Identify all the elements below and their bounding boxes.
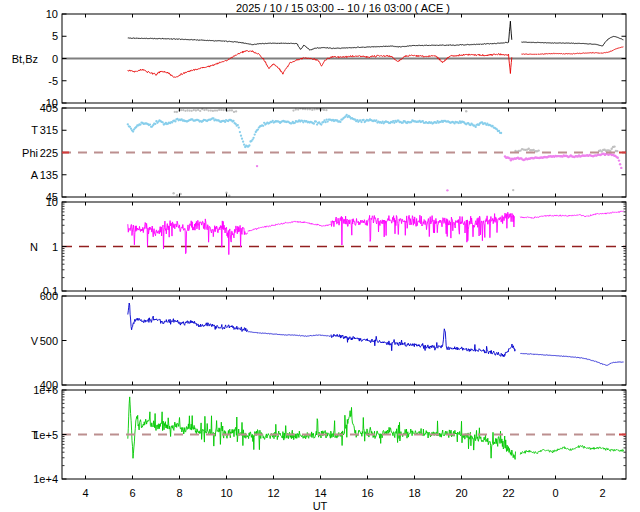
- phi-scatter-gray-top-a: [210, 109, 212, 111]
- phi-scatter-main: [239, 131, 241, 133]
- phi-scatter-gray-top-b: [295, 108, 297, 110]
- phi-scatter-main: [315, 120, 317, 122]
- y-tick-label: 315: [40, 124, 58, 136]
- phi-scatter-gray-top-a: [176, 111, 178, 113]
- phi-scatter-main: [320, 123, 322, 125]
- panel-temperature: 46810121416182022021e+61e+51e+4T: [31, 384, 626, 499]
- panel-density-plotarea: [62, 211, 626, 255]
- phi-scatter-main: [257, 128, 259, 130]
- panel-phi: 40531522513545TPhiA: [22, 102, 626, 203]
- panel-speed-axis-name: V: [31, 335, 39, 347]
- y-tick-label: 500: [40, 335, 58, 347]
- n-line-a: [128, 219, 248, 255]
- y-tick-label: 405: [40, 102, 58, 114]
- v-line-d: [520, 353, 623, 365]
- panels-group: 1050-5-10Bt,Bz40531522513545TPhiA1010.1N…: [12, 8, 626, 499]
- bt-line-b: [521, 36, 623, 46]
- n-line-d: [520, 211, 623, 218]
- y-tick-label: 1e+6: [33, 384, 58, 396]
- phi-scatter-main: [174, 120, 176, 122]
- t-line-b: [520, 445, 623, 454]
- panel-density: 1010.1N: [30, 196, 626, 297]
- x-tick-label: 22: [502, 487, 514, 499]
- y-tick-label: 10: [46, 196, 58, 208]
- phi-scatter-main: [242, 141, 244, 143]
- x-tick-label: 8: [176, 487, 182, 499]
- n-line-b: [248, 221, 331, 231]
- x-tick-label: 10: [220, 487, 232, 499]
- phi-scatter-gray-top-a: [197, 109, 199, 111]
- phi-scatter-gray-top-a: [193, 109, 195, 111]
- phi-scatter-gray-top-a: [220, 109, 222, 111]
- phi-scatter-gray-top-a: [199, 110, 201, 112]
- y-tick-label: -5: [48, 75, 58, 87]
- panel-bt-bz: 1050-5-10Bt,Bz: [12, 8, 626, 109]
- x-tick-label: 18: [408, 487, 420, 499]
- phi-scatter-gray-top-b: [297, 108, 299, 110]
- phi-scatter-main: [154, 123, 156, 125]
- phi-scatter-gray-top-a: [218, 109, 220, 111]
- phi-dots-misc-pink: [446, 189, 448, 191]
- phi-scatter-gray-top-a: [212, 110, 214, 112]
- phi-scatter-main: [132, 130, 134, 132]
- x-axis-label: UT: [313, 500, 328, 512]
- y-tick-label: 0: [52, 53, 58, 65]
- phi-scatter-gray-top-a: [235, 110, 237, 112]
- phi-scatter-main: [127, 123, 129, 125]
- phi-dots-misc-gray: [176, 194, 178, 196]
- ace-solar-wind-plot: 2025 / 10 / 15 03:00 -- 10 / 16 03:00 ( …: [0, 0, 640, 512]
- phi-scatter-gray-top-a: [229, 109, 231, 111]
- phi-scatter-main: [475, 126, 477, 128]
- bz-line-b: [521, 47, 623, 55]
- v-line-a: [128, 303, 248, 332]
- phi-scatter-main: [162, 121, 164, 123]
- phi-scatter-main: [362, 119, 364, 121]
- phi-scatter-gray-top-a: [203, 109, 205, 111]
- v-line-c: [331, 329, 515, 357]
- phi-scatter-main: [241, 138, 243, 140]
- phi-scatter-gray-cluster-b: [613, 145, 615, 147]
- x-tick-label: 6: [129, 487, 135, 499]
- phi-scatter-main: [248, 144, 250, 146]
- v-line-b: [248, 331, 331, 336]
- phi-scatter-main: [149, 123, 151, 125]
- panel-phi-axis-name: T: [31, 124, 38, 136]
- phi-scatter-main: [262, 125, 264, 127]
- panel-phi-axis-name: Phi: [22, 147, 38, 159]
- phi-scatter-main: [237, 124, 239, 126]
- phi-scatter-main: [324, 121, 326, 123]
- x-tick-label: 2: [599, 487, 605, 499]
- phi-scatter-main: [339, 121, 341, 123]
- y-tick-label: 600: [40, 290, 58, 302]
- phi-scatter-gray-top-a: [214, 109, 216, 111]
- phi-scatter-gray-top-a: [195, 109, 197, 111]
- x-tick-label: 14: [314, 487, 326, 499]
- phi-scatter-gray-top-a: [216, 109, 218, 111]
- phi-scatter-gray-top-b: [313, 108, 315, 110]
- phi-scatter-violet: [618, 159, 620, 161]
- chart-title: 2025 / 10 / 15 03:00 -- 10 / 16 03:00 ( …: [236, 2, 450, 14]
- panel-density-axis-name: N: [30, 241, 38, 253]
- y-tick-label: 1e+4: [33, 473, 58, 485]
- phi-scatter-gray-top-a: [188, 110, 190, 112]
- x-tick-label: 12: [267, 487, 279, 499]
- bz-line-a: [128, 50, 512, 77]
- panel-temperature-plotarea: [62, 397, 626, 460]
- phi-scatter-main: [375, 119, 377, 121]
- x-tick-label: 20: [455, 487, 467, 499]
- phi-scatter-gray-top-a: [205, 109, 207, 111]
- bt-line-a: [128, 21, 512, 50]
- phi-scatter-main: [238, 126, 240, 128]
- x-tick-label: 4: [82, 487, 88, 499]
- phi-scatter-violet: [620, 167, 622, 169]
- phi-scatter-gray-top-a: [222, 109, 224, 111]
- phi-scatter-gray-top-a: [180, 109, 182, 111]
- phi-scatter-gray-top-a: [207, 109, 209, 111]
- phi-scatter-gray-cluster-b: [616, 150, 618, 152]
- x-tick-label: 0: [552, 487, 558, 499]
- phi-scatter-gray-cluster-a: [537, 149, 539, 151]
- phi-scatter-main: [243, 144, 245, 146]
- y-tick-label: 135: [40, 169, 58, 181]
- phi-scatter-gray-top-a: [182, 109, 184, 111]
- panel-speed: 600500400V: [31, 290, 626, 391]
